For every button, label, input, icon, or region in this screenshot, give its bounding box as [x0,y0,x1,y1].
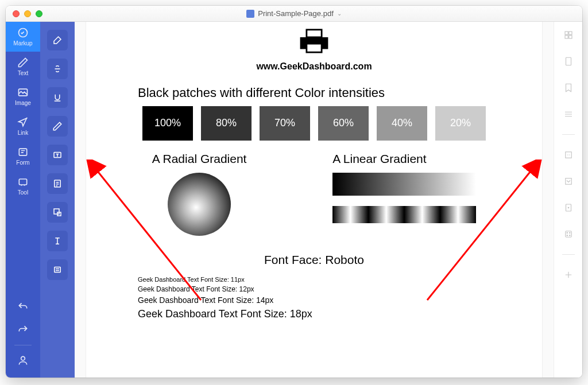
page-button[interactable] [562,55,575,68]
pencil-tool[interactable] [47,116,68,137]
svg-rect-19 [566,57,571,65]
sidebar-label: Markup [13,40,32,46]
svg-rect-18 [568,36,571,38]
svg-rect-9 [55,267,61,273]
image-icon [17,87,29,98]
markup-icon [17,27,29,38]
thumbnails-button[interactable] [562,29,575,41]
page-content[interactable]: www.GeekDashboard.com Black patches with… [86,22,542,378]
linear-title: A Linear Gradient [332,152,476,166]
gradients-row: A Radial Gradient A Linear Gradient [109,152,519,236]
window-title-text: Print-Sample-Page.pdf [258,9,334,18]
note-tool[interactable] [47,173,68,194]
svg-rect-15 [565,32,568,34]
linear-gradient-col: A Linear Gradient [332,152,476,236]
app-window: Print-Sample-Page.pdf ⌄ Markup Text Imag… [6,6,582,378]
svg-rect-3 [19,179,26,185]
sidebar-label: Link [18,130,28,136]
font-sample-12: Geek Dashboard Text Font Size: 12px [138,284,519,294]
dots-icon [563,229,574,239]
rotate-button[interactable] [562,201,575,214]
page-url: www.GeekDashboard.com [109,61,519,72]
shape-icon [52,207,63,217]
sidebar-primary: Markup Text Image Link Form Tool [6,22,40,378]
undo-button[interactable] [6,295,40,318]
chevron-down-icon[interactable]: ⌄ [337,10,342,17]
right-rail [554,22,582,378]
menu-icon [563,109,574,119]
sidebar-item-form[interactable]: Form [6,141,40,171]
stamp-tool[interactable] [47,259,68,280]
textbox-icon [52,150,63,160]
file-icon [246,10,254,18]
patch-100: 100% [142,106,193,141]
font-sample-11: Geek Dashboard Text Font Size: 11px [138,275,519,285]
divider [14,345,32,345]
font-face-title: Font Face: Roboto [109,253,519,267]
patches-title: Black patches with different Color inten… [138,85,519,100]
zoom-icon [563,176,574,186]
bookmark-button[interactable] [562,81,575,94]
sidebar-label: Form [16,160,29,166]
font-sample-18: Geek Dashboard Text Font Size: 18px [138,306,519,322]
svg-point-26 [569,232,570,234]
svg-rect-7 [54,209,59,214]
app-body: Markup Text Image Link Form Tool [6,22,582,378]
sidebar-item-tool[interactable]: Tool [6,171,40,201]
rail-divider [562,254,575,255]
highlight-icon [52,35,63,45]
sidebar-bottom [6,295,40,378]
strikethrough-tool[interactable] [47,59,68,79]
page-gutter-right [542,22,554,378]
content-area: www.GeekDashboard.com Black patches with… [75,22,554,378]
shape-tool[interactable] [47,202,68,223]
page-gutter-left [75,22,86,378]
svg-rect-24 [565,231,571,238]
radial-title: A Radial Gradient [152,152,247,166]
linear-gradient-bar [332,173,476,196]
highlight-tool[interactable] [47,30,68,50]
patch-80: 80% [201,106,252,141]
sidebar-label: Tool [18,189,28,196]
sidebar-item-link[interactable]: Link [6,111,40,141]
svg-rect-16 [568,32,571,34]
radial-gradient-col: A Radial Gradient [152,152,247,236]
pencil-icon [52,121,63,131]
svg-point-28 [569,235,570,236]
patch-70: 70% [260,106,310,141]
textbox-tool[interactable] [47,145,68,165]
link-icon [17,116,29,128]
sidebar-label: Image [15,100,31,106]
sidebar-item-image[interactable]: Image [6,81,40,111]
page-icon [563,56,574,67]
fit-page-button[interactable] [562,149,575,161]
typewriter-tool[interactable] [47,231,68,251]
svg-rect-10 [307,30,322,37]
svg-point-23 [568,207,569,208]
sidebar-item-text[interactable]: Text [6,52,40,81]
sidebar-label: Text [18,70,28,76]
font-sample-14: Geek Dashboard Text Font Size: 14px [138,294,519,306]
patch-60: 60% [318,106,369,141]
more-button[interactable] [562,228,575,240]
sidebar-item-markup[interactable]: Markup [6,22,40,52]
grid-icon [563,30,574,40]
fit-icon [563,150,574,160]
redo-button[interactable] [6,318,40,341]
radial-gradient-circle [168,173,231,236]
stamp-icon [52,265,63,275]
underline-tool[interactable] [47,87,68,108]
user-icon [17,355,29,366]
svg-point-25 [567,232,568,234]
svg-rect-21 [565,178,571,185]
profile-button[interactable] [6,349,40,372]
sidebar-secondary [40,22,75,378]
bookmark-icon [563,83,574,93]
svg-rect-20 [565,152,571,158]
outline-button[interactable] [562,108,575,120]
svg-point-27 [567,235,568,236]
add-button[interactable] [562,269,575,281]
svg-point-4 [21,356,25,360]
zoom-button[interactable] [562,175,575,188]
form-icon [17,146,29,158]
